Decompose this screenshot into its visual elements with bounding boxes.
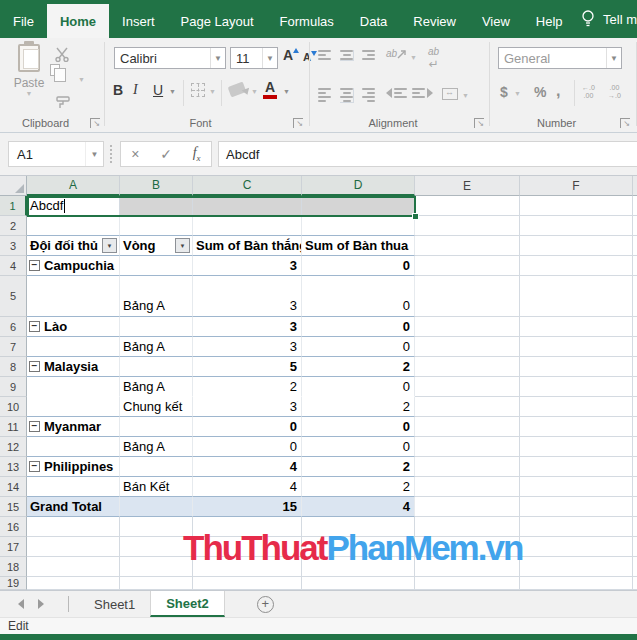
cell-B12[interactable]: Bảng A [120, 437, 193, 457]
enter-button[interactable]: ✓ [160, 146, 172, 162]
cell-D7[interactable]: 0 [302, 337, 415, 357]
cell-C4[interactable]: 3 [193, 256, 302, 276]
row-header-8[interactable]: 8 [0, 357, 27, 377]
cell-B2[interactable] [120, 216, 193, 236]
cell-A13[interactable]: −Philippines [27, 457, 120, 477]
cell-B19[interactable] [120, 577, 193, 590]
cell-F13[interactable] [520, 457, 633, 477]
clipboard-dialog-launcher[interactable]: ↘ [90, 118, 100, 128]
cell-F3[interactable] [520, 236, 633, 256]
row-header-7[interactable]: 7 [0, 337, 27, 357]
sheet-tab-sheet1[interactable]: Sheet1 [79, 591, 150, 617]
row-header-11[interactable]: 11 [0, 417, 27, 437]
tab-data[interactable]: Data [347, 4, 400, 38]
row-header-16[interactable]: 16 [0, 517, 27, 537]
decrease-indent-button[interactable] [386, 88, 407, 98]
cell-A1[interactable]: Abcdf [27, 196, 120, 216]
cell-B3[interactable]: Vòng▼ [120, 236, 193, 256]
row-header-9[interactable]: 9 [0, 377, 27, 397]
tab-page-layout[interactable]: Page Layout [168, 4, 267, 38]
cell-E4[interactable] [415, 256, 520, 276]
next-sheet-button[interactable] [38, 599, 44, 609]
cell-E19[interactable] [415, 577, 520, 590]
tab-home[interactable]: Home [47, 4, 109, 38]
cell-D17[interactable] [302, 537, 415, 557]
row-header-1[interactable]: 1 [0, 196, 27, 216]
cell-A8[interactable]: −Malaysia [27, 357, 120, 377]
row-header-3[interactable]: 3 [0, 236, 27, 256]
cell-D19[interactable] [302, 577, 415, 590]
cell-C9[interactable]: 2 [193, 377, 302, 397]
cell-B10[interactable]: Chung kết [120, 397, 193, 417]
column-header-F[interactable]: F [520, 176, 633, 196]
name-box[interactable]: A1 ▼ [8, 141, 104, 167]
cell-A7[interactable] [27, 337, 120, 357]
cell-E10[interactable] [415, 397, 520, 417]
tab-view[interactable]: View [469, 4, 523, 38]
increase-decimal-button[interactable]: ←.0 .00 [582, 84, 595, 100]
currency-button[interactable]: $ [500, 84, 508, 100]
cell-F1[interactable] [520, 196, 633, 216]
cell-F14[interactable] [520, 477, 633, 497]
cell-E18[interactable] [415, 557, 520, 577]
cell-E1[interactable] [415, 196, 520, 216]
merge-center-button[interactable] [442, 88, 458, 100]
bold-button[interactable]: B [113, 82, 123, 98]
row-header-18[interactable]: 18 [0, 557, 27, 577]
cell-E14[interactable] [415, 477, 520, 497]
cell-A19[interactable] [27, 577, 120, 590]
column-header-A[interactable]: A [27, 176, 120, 196]
cell-E13[interactable] [415, 457, 520, 477]
cell-B18[interactable] [120, 557, 193, 577]
format-painter-button[interactable] [55, 96, 71, 110]
cell-E11[interactable] [415, 417, 520, 437]
cell-B7[interactable]: Bảng A [120, 337, 193, 357]
select-all-corner[interactable] [0, 176, 27, 196]
paste-button[interactable]: Paste ▼ [7, 44, 51, 120]
cell-E6[interactable] [415, 317, 520, 337]
cell-B5[interactable]: Bảng A [120, 276, 193, 317]
cell-D18[interactable] [302, 557, 415, 577]
cell-D4[interactable]: 0 [302, 256, 415, 276]
tab-help[interactable]: Help [523, 4, 576, 38]
filter-button-vong[interactable]: ▼ [175, 238, 190, 253]
cell-F15[interactable] [520, 497, 633, 517]
cell-A12[interactable] [27, 437, 120, 457]
row-header-4[interactable]: 4 [0, 256, 27, 276]
merge-dropdown-arrow[interactable]: ▼ [462, 92, 469, 99]
cell-D10[interactable]: 2 [302, 397, 415, 417]
comma-button[interactable]: , [556, 82, 560, 100]
cell-C2[interactable] [193, 216, 302, 236]
cell-F9[interactable] [520, 377, 633, 397]
column-header-C[interactable]: C [193, 176, 302, 196]
borders-dropdown-arrow[interactable]: ▼ [209, 88, 216, 95]
add-sheet-button[interactable]: + [257, 596, 274, 613]
cell-C11[interactable]: 0 [193, 417, 302, 437]
cell-A3[interactable]: Đội đối thủ▼ [27, 236, 120, 256]
row-header-6[interactable]: 6 [0, 317, 27, 337]
sheet-tab-sheet2[interactable]: Sheet2 [150, 591, 225, 617]
cell-C6[interactable]: 3 [193, 317, 302, 337]
formula-bar-drag-handle[interactable] [110, 145, 112, 163]
cell-C17[interactable] [193, 537, 302, 557]
middle-align-button[interactable] [340, 50, 354, 61]
cell-B4[interactable] [120, 256, 193, 276]
cell-F12[interactable] [520, 437, 633, 457]
cell-B13[interactable] [120, 457, 193, 477]
increase-indent-button[interactable] [412, 88, 433, 98]
row-header-12[interactable]: 12 [0, 437, 27, 457]
font-color-button[interactable]: A [263, 80, 277, 99]
bottom-align-button[interactable] [362, 50, 375, 60]
cell-C7[interactable]: 3 [193, 337, 302, 357]
collapse-button[interactable]: − [29, 321, 40, 332]
cell-B6[interactable] [120, 317, 193, 337]
cell-A15[interactable]: Grand Total [27, 497, 120, 517]
cell-A18[interactable] [27, 557, 120, 577]
align-left-button[interactable] [318, 88, 331, 102]
column-header-B[interactable]: B [120, 176, 193, 196]
currency-dropdown-arrow[interactable]: ▼ [514, 90, 521, 97]
cell-D13[interactable]: 2 [302, 457, 415, 477]
cell-A14[interactable] [27, 477, 120, 497]
cell-D2[interactable] [302, 216, 415, 236]
row-header-17[interactable]: 17 [0, 537, 27, 557]
